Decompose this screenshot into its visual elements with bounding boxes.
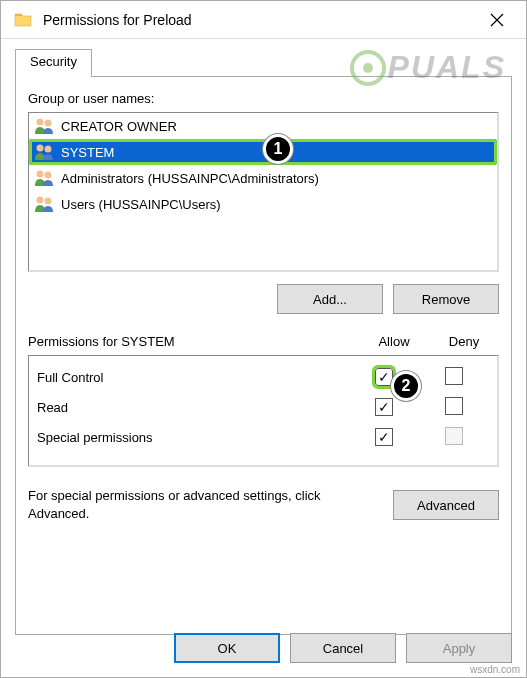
ok-button[interactable]: OK [174, 633, 280, 663]
annotation-marker-1: 1 [263, 134, 293, 164]
attribution: wsxdn.com [470, 664, 520, 675]
permission-row: Read ✓ [29, 392, 497, 422]
svg-point-5 [45, 172, 52, 179]
deny-checkbox-special [445, 427, 463, 445]
deny-column-header: Deny [429, 334, 499, 349]
allow-checkbox-special[interactable]: ✓ [375, 428, 393, 446]
apply-button[interactable]: Apply [406, 633, 512, 663]
svg-point-1 [45, 120, 52, 127]
cancel-button[interactable]: Cancel [290, 633, 396, 663]
allow-column-header: Allow [359, 334, 429, 349]
content-area: Security Group or user names: CREATOR OW… [1, 39, 526, 645]
svg-point-6 [37, 197, 44, 204]
permissions-header: Permissions for SYSTEM Allow Deny [28, 334, 499, 349]
list-item[interactable]: CREATOR OWNER [29, 113, 497, 139]
remove-button[interactable]: Remove [393, 284, 499, 314]
svg-point-0 [37, 119, 44, 126]
users-icon [33, 168, 57, 188]
permission-row: Special permissions ✓ [29, 422, 497, 452]
permission-name: Full Control [37, 370, 349, 385]
list-item[interactable]: Users (HUSSAINPC\Users) [29, 191, 497, 217]
users-icon [33, 116, 57, 136]
permissions-for-label: Permissions for SYSTEM [28, 334, 359, 349]
users-icon [33, 194, 57, 214]
add-button[interactable]: Add... [277, 284, 383, 314]
deny-checkbox-full-control[interactable] [445, 367, 463, 385]
close-button[interactable] [476, 5, 518, 35]
user-name: SYSTEM [61, 145, 114, 160]
advanced-button[interactable]: Advanced [393, 490, 499, 520]
folder-icon [13, 10, 33, 30]
advanced-hint: For special permissions or advanced sett… [28, 487, 373, 523]
permission-name: Read [37, 400, 349, 415]
user-name: Users (HUSSAINPC\Users) [61, 197, 221, 212]
svg-point-7 [45, 198, 52, 205]
user-name: Administrators (HUSSAINPC\Administrators… [61, 171, 319, 186]
security-panel: Group or user names: CREATOR OWNER SYSTE… [15, 77, 512, 635]
dialog-buttons: OK Cancel Apply [174, 633, 512, 663]
user-buttons: Add... Remove [28, 284, 499, 314]
users-icon [33, 142, 57, 162]
advanced-section: For special permissions or advanced sett… [28, 487, 499, 523]
permissions-dialog: Permissions for Preload Security Group o… [0, 0, 527, 678]
user-listbox[interactable]: CREATOR OWNER SYSTEM Administrators (HUS… [28, 112, 499, 272]
permission-row: Full Control ✓ [29, 362, 497, 392]
tab-security[interactable]: Security [15, 49, 92, 77]
window-title: Permissions for Preload [43, 12, 476, 28]
svg-point-4 [37, 171, 44, 178]
list-item[interactable]: Administrators (HUSSAINPC\Administrators… [29, 165, 497, 191]
svg-point-3 [45, 146, 52, 153]
svg-point-2 [37, 145, 44, 152]
tab-strip: Security [15, 49, 512, 77]
permissions-box: Full Control ✓ Read ✓ [28, 355, 499, 467]
annotation-marker-2: 2 [391, 371, 421, 401]
user-name: CREATOR OWNER [61, 119, 177, 134]
group-user-label: Group or user names: [28, 91, 499, 106]
allow-checkbox-read[interactable]: ✓ [375, 398, 393, 416]
deny-checkbox-read[interactable] [445, 397, 463, 415]
permission-name: Special permissions [37, 430, 349, 445]
titlebar: Permissions for Preload [1, 1, 526, 39]
